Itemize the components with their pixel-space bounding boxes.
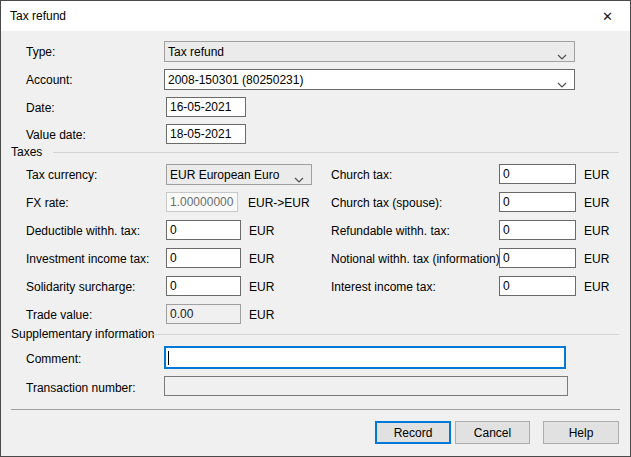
tax-currency-label: Tax currency: <box>26 168 97 182</box>
fx-rate-input <box>166 192 238 212</box>
close-button[interactable]: ✕ <box>585 1 630 31</box>
church-tax-input[interactable] <box>499 164 576 184</box>
church-tax-spouse-input[interactable] <box>499 192 576 212</box>
church-tax-currency-label: EUR <box>584 168 609 182</box>
cancel-button[interactable]: Cancel <box>455 421 530 444</box>
deductible-withh-tax-label: Deductible withh. tax: <box>26 224 140 238</box>
tax-refund-dialog: Tax refund ✕ Type: Tax refund Account: 2… <box>0 0 631 457</box>
tax-currency-dropdown[interactable]: EUR European Euro <box>166 164 312 185</box>
church-tax-spouse-currency-label: EUR <box>584 196 609 210</box>
refundable-withh-tax-input[interactable] <box>499 220 576 240</box>
fx-rate-direction-label: EUR->EUR <box>248 196 310 210</box>
help-button-label: Help <box>569 426 594 440</box>
solidarity-surcharge-currency-label: EUR <box>249 280 274 294</box>
type-dropdown-value: Tax refund <box>168 45 224 59</box>
supplementary-group-label: Supplementary information <box>11 327 154 341</box>
date-label: Date: <box>26 101 55 115</box>
interest-income-tax-label: Interest income tax: <box>331 280 436 294</box>
date-input[interactable] <box>166 97 246 117</box>
window-title: Tax refund <box>10 9 66 23</box>
type-label: Type: <box>26 45 55 59</box>
close-icon: ✕ <box>602 9 613 24</box>
taxes-group-label: Taxes <box>11 145 42 159</box>
record-button-label: Record <box>394 426 433 440</box>
refundable-withh-tax-currency-label: EUR <box>584 224 609 238</box>
investment-income-tax-input[interactable] <box>166 248 241 268</box>
fx-rate-label: FX rate: <box>26 196 69 210</box>
tax-currency-value: EUR European Euro <box>170 168 279 182</box>
notional-withh-tax-input[interactable] <box>499 248 576 268</box>
account-dropdown[interactable]: 2008-150301 (80250231) <box>164 69 575 90</box>
comment-input[interactable] <box>164 346 566 369</box>
trade-value-currency-label: EUR <box>249 308 274 322</box>
type-dropdown[interactable]: Tax refund <box>164 41 575 62</box>
trade-value-label: Trade value: <box>26 308 92 322</box>
chevron-down-icon <box>557 49 567 62</box>
account-label: Account: <box>26 73 73 87</box>
title-bar: Tax refund <box>1 1 630 31</box>
investment-income-tax-currency-label: EUR <box>249 252 274 266</box>
record-button[interactable]: Record <box>375 421 451 444</box>
deductible-withh-tax-input[interactable] <box>166 220 241 240</box>
notional-withh-tax-label: Notional withh. tax (information): <box>331 252 503 266</box>
solidarity-surcharge-input[interactable] <box>166 276 241 296</box>
help-button[interactable]: Help <box>543 421 619 444</box>
chevron-down-icon <box>294 172 304 185</box>
transaction-number-input <box>164 376 568 396</box>
investment-income-tax-label: Investment income tax: <box>26 252 149 266</box>
chevron-down-icon <box>557 77 567 90</box>
taxes-group-line <box>53 152 619 153</box>
value-date-label: Value date: <box>26 128 86 142</box>
comment-label: Comment: <box>26 352 81 366</box>
trade-value-input <box>166 304 241 324</box>
refundable-withh-tax-label: Refundable withh. tax: <box>331 224 450 238</box>
value-date-input[interactable] <box>166 124 246 144</box>
solidarity-surcharge-label: Solidarity surcharge: <box>26 280 135 294</box>
deductible-withh-tax-currency-label: EUR <box>249 224 274 238</box>
church-tax-label: Church tax: <box>331 168 392 182</box>
cancel-button-label: Cancel <box>474 426 511 440</box>
notional-withh-tax-currency-label: EUR <box>584 252 609 266</box>
interest-income-tax-currency-label: EUR <box>584 280 609 294</box>
supplementary-group-line <box>151 334 619 335</box>
footer-separator <box>11 409 620 410</box>
church-tax-spouse-label: Church tax (spouse): <box>331 196 442 210</box>
transaction-number-label: Transaction number: <box>26 381 136 395</box>
account-dropdown-value: 2008-150301 (80250231) <box>168 73 303 87</box>
interest-income-tax-input[interactable] <box>499 276 576 296</box>
text-caret <box>168 351 169 365</box>
